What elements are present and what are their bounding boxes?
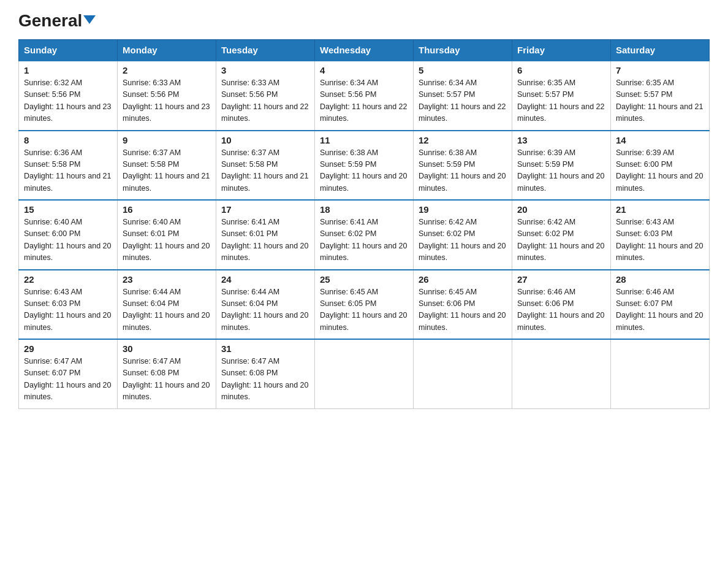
day-cell-20: 20 Sunrise: 6:42 AM Sunset: 6:02 PM Dayl…	[512, 200, 611, 270]
day-number: 11	[320, 135, 408, 145]
day-info: Sunrise: 6:45 AM Sunset: 6:06 PM Dayligh…	[419, 286, 507, 334]
day-number: 27	[517, 274, 605, 285]
weekday-header-saturday: Saturday	[611, 40, 710, 61]
day-info: Sunrise: 6:40 AM Sunset: 6:00 PM Dayligh…	[24, 216, 112, 264]
empty-cell-w4-d6	[611, 339, 710, 408]
week-row-4: 22 Sunrise: 6:43 AM Sunset: 6:03 PM Dayl…	[19, 270, 710, 340]
weekday-header-monday: Monday	[118, 40, 216, 61]
day-number: 21	[616, 204, 704, 215]
week-row-5: 29 Sunrise: 6:47 AM Sunset: 6:07 PM Dayl…	[19, 339, 710, 408]
day-number: 12	[419, 135, 507, 145]
day-cell-27: 27 Sunrise: 6:46 AM Sunset: 6:06 PM Dayl…	[512, 270, 611, 340]
day-number: 10	[221, 135, 309, 145]
day-cell-7: 7 Sunrise: 6:35 AM Sunset: 5:57 PM Dayli…	[611, 61, 710, 131]
day-info: Sunrise: 6:45 AM Sunset: 6:05 PM Dayligh…	[320, 286, 408, 334]
day-info: Sunrise: 6:37 AM Sunset: 5:58 PM Dayligh…	[221, 147, 309, 195]
day-cell-30: 30 Sunrise: 6:47 AM Sunset: 6:08 PM Dayl…	[118, 339, 216, 408]
day-number: 9	[123, 135, 211, 145]
day-number: 3	[221, 65, 309, 75]
day-cell-13: 13 Sunrise: 6:39 AM Sunset: 5:59 PM Dayl…	[512, 131, 611, 201]
day-cell-9: 9 Sunrise: 6:37 AM Sunset: 5:58 PM Dayli…	[118, 131, 216, 201]
weekday-header-wednesday: Wednesday	[315, 40, 414, 61]
weekday-header-row: SundayMondayTuesdayWednesdayThursdayFrid…	[19, 40, 710, 61]
day-number: 7	[616, 65, 704, 75]
day-info: Sunrise: 6:43 AM Sunset: 6:03 PM Dayligh…	[616, 216, 704, 264]
day-cell-19: 19 Sunrise: 6:42 AM Sunset: 6:02 PM Dayl…	[414, 200, 512, 270]
day-info: Sunrise: 6:38 AM Sunset: 5:59 PM Dayligh…	[320, 147, 408, 195]
day-number: 25	[320, 274, 408, 285]
day-info: Sunrise: 6:34 AM Sunset: 5:56 PM Dayligh…	[320, 77, 408, 125]
day-info: Sunrise: 6:47 AM Sunset: 6:08 PM Dayligh…	[221, 356, 309, 404]
empty-cell-w4-d5	[512, 339, 611, 408]
day-cell-15: 15 Sunrise: 6:40 AM Sunset: 6:00 PM Dayl…	[19, 200, 118, 270]
day-info: Sunrise: 6:44 AM Sunset: 6:04 PM Dayligh…	[221, 286, 309, 334]
day-cell-14: 14 Sunrise: 6:39 AM Sunset: 6:00 PM Dayl…	[611, 131, 710, 201]
day-number: 17	[221, 204, 309, 215]
day-info: Sunrise: 6:34 AM Sunset: 5:57 PM Dayligh…	[419, 77, 507, 125]
page-header: General	[18, 12, 710, 28]
day-cell-16: 16 Sunrise: 6:40 AM Sunset: 6:01 PM Dayl…	[118, 200, 216, 270]
day-number: 2	[123, 65, 211, 75]
empty-cell-w4-d3	[315, 339, 414, 408]
weekday-header-sunday: Sunday	[19, 40, 118, 61]
day-number: 18	[320, 204, 408, 215]
day-number: 13	[517, 135, 605, 145]
week-row-3: 15 Sunrise: 6:40 AM Sunset: 6:00 PM Dayl…	[19, 200, 710, 270]
day-info: Sunrise: 6:44 AM Sunset: 6:04 PM Dayligh…	[123, 286, 211, 334]
empty-cell-w4-d4	[414, 339, 512, 408]
day-number: 5	[419, 65, 507, 75]
day-info: Sunrise: 6:40 AM Sunset: 6:01 PM Dayligh…	[123, 216, 211, 264]
week-row-2: 8 Sunrise: 6:36 AM Sunset: 5:58 PM Dayli…	[19, 131, 710, 201]
day-number: 23	[123, 274, 211, 285]
day-cell-28: 28 Sunrise: 6:46 AM Sunset: 6:07 PM Dayl…	[611, 270, 710, 340]
day-cell-26: 26 Sunrise: 6:45 AM Sunset: 6:06 PM Dayl…	[414, 270, 512, 340]
day-cell-22: 22 Sunrise: 6:43 AM Sunset: 6:03 PM Dayl…	[19, 270, 118, 340]
day-info: Sunrise: 6:39 AM Sunset: 6:00 PM Dayligh…	[616, 147, 704, 195]
day-cell-31: 31 Sunrise: 6:47 AM Sunset: 6:08 PM Dayl…	[216, 339, 315, 408]
week-row-1: 1 Sunrise: 6:32 AM Sunset: 5:56 PM Dayli…	[19, 61, 710, 131]
day-info: Sunrise: 6:32 AM Sunset: 5:56 PM Dayligh…	[24, 77, 112, 125]
day-info: Sunrise: 6:41 AM Sunset: 6:02 PM Dayligh…	[320, 216, 408, 264]
day-info: Sunrise: 6:42 AM Sunset: 6:02 PM Dayligh…	[517, 216, 605, 264]
day-number: 31	[221, 343, 309, 354]
day-cell-24: 24 Sunrise: 6:44 AM Sunset: 6:04 PM Dayl…	[216, 270, 315, 340]
weekday-header-thursday: Thursday	[414, 40, 512, 61]
day-number: 4	[320, 65, 408, 75]
day-cell-18: 18 Sunrise: 6:41 AM Sunset: 6:02 PM Dayl…	[315, 200, 414, 270]
day-info: Sunrise: 6:37 AM Sunset: 5:58 PM Dayligh…	[123, 147, 211, 195]
day-info: Sunrise: 6:38 AM Sunset: 5:59 PM Dayligh…	[419, 147, 507, 195]
day-info: Sunrise: 6:39 AM Sunset: 5:59 PM Dayligh…	[517, 147, 605, 195]
day-info: Sunrise: 6:47 AM Sunset: 6:07 PM Dayligh…	[24, 356, 112, 404]
day-info: Sunrise: 6:46 AM Sunset: 6:07 PM Dayligh…	[616, 286, 704, 334]
day-info: Sunrise: 6:43 AM Sunset: 6:03 PM Dayligh…	[24, 286, 112, 334]
day-cell-4: 4 Sunrise: 6:34 AM Sunset: 5:56 PM Dayli…	[315, 61, 414, 131]
day-info: Sunrise: 6:35 AM Sunset: 5:57 PM Dayligh…	[517, 77, 605, 125]
day-info: Sunrise: 6:33 AM Sunset: 5:56 PM Dayligh…	[123, 77, 211, 125]
day-number: 24	[221, 274, 309, 285]
day-cell-11: 11 Sunrise: 6:38 AM Sunset: 5:59 PM Dayl…	[315, 131, 414, 201]
day-number: 30	[123, 343, 211, 354]
day-cell-1: 1 Sunrise: 6:32 AM Sunset: 5:56 PM Dayli…	[19, 61, 118, 131]
logo-general: General	[18, 12, 96, 29]
day-info: Sunrise: 6:42 AM Sunset: 6:02 PM Dayligh…	[419, 216, 507, 264]
day-number: 8	[24, 135, 112, 145]
logo: General	[18, 12, 96, 28]
day-cell-25: 25 Sunrise: 6:45 AM Sunset: 6:05 PM Dayl…	[315, 270, 414, 340]
day-number: 15	[24, 204, 112, 215]
day-cell-10: 10 Sunrise: 6:37 AM Sunset: 5:58 PM Dayl…	[216, 131, 315, 201]
day-number: 6	[517, 65, 605, 75]
day-number: 19	[419, 204, 507, 215]
day-number: 28	[616, 274, 704, 285]
calendar-table: SundayMondayTuesdayWednesdayThursdayFrid…	[18, 39, 710, 409]
day-info: Sunrise: 6:41 AM Sunset: 6:01 PM Dayligh…	[221, 216, 309, 264]
day-number: 20	[517, 204, 605, 215]
weekday-header-tuesday: Tuesday	[216, 40, 315, 61]
weekday-header-friday: Friday	[512, 40, 611, 61]
day-info: Sunrise: 6:35 AM Sunset: 5:57 PM Dayligh…	[616, 77, 704, 125]
day-cell-3: 3 Sunrise: 6:33 AM Sunset: 5:56 PM Dayli…	[216, 61, 315, 131]
day-cell-23: 23 Sunrise: 6:44 AM Sunset: 6:04 PM Dayl…	[118, 270, 216, 340]
day-cell-29: 29 Sunrise: 6:47 AM Sunset: 6:07 PM Dayl…	[19, 339, 118, 408]
day-info: Sunrise: 6:36 AM Sunset: 5:58 PM Dayligh…	[24, 147, 112, 195]
day-info: Sunrise: 6:47 AM Sunset: 6:08 PM Dayligh…	[123, 356, 211, 404]
day-info: Sunrise: 6:33 AM Sunset: 5:56 PM Dayligh…	[221, 77, 309, 125]
